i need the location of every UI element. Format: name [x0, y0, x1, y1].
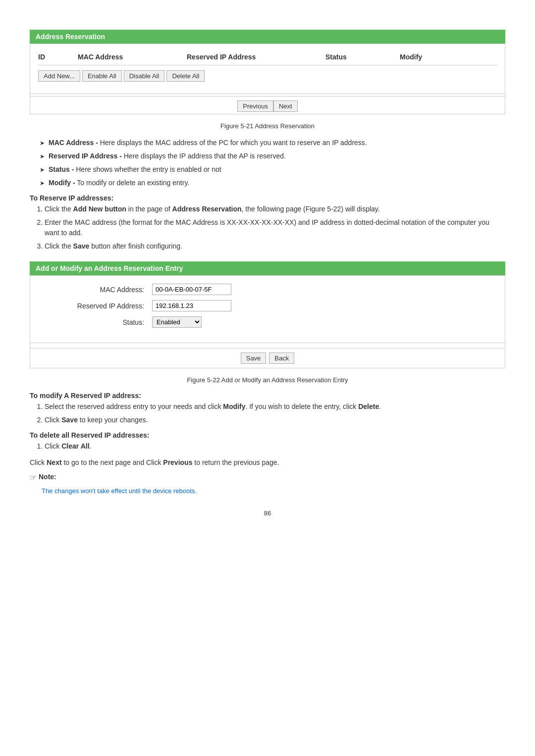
reserve-steps: Click the Add New button in the page of …: [30, 204, 505, 252]
add-new-button[interactable]: Add New...: [38, 70, 80, 82]
back-button[interactable]: Back: [269, 353, 294, 364]
mac-address-row: MAC Address:: [45, 284, 490, 295]
note-section: ☞ Note:: [30, 473, 505, 482]
bullet-modify-bold: Modify -: [49, 179, 75, 187]
reserved-ip-row: Reserved IP Address:: [45, 300, 490, 311]
reserve-step-3: Click the Save button after finish confi…: [45, 241, 505, 252]
section1-header: Address Reservation: [30, 30, 505, 44]
reserved-ip-label: Reserved IP Address:: [45, 302, 144, 310]
note-icon: ☞: [30, 473, 37, 482]
col-modify: Modify: [400, 53, 449, 61]
status-label: Status:: [45, 318, 144, 326]
col-status: Status: [325, 53, 400, 61]
reserve-step-2: Enter the MAC address (the format for th…: [45, 217, 505, 238]
modify-steps: Select the reserved address entry to you…: [30, 402, 505, 425]
action-buttons-row: Add New... Enable All Disable All Delete…: [38, 65, 497, 87]
delete-all-button[interactable]: Delete All: [166, 70, 205, 82]
bullet-status-bold: Status -: [49, 165, 74, 173]
bullet-ip: Reserved IP Address - Here displays the …: [30, 151, 505, 161]
pagination-row: Previous Next: [30, 96, 505, 114]
delete-step-1: Click Clear All.: [45, 441, 505, 452]
section2-header: Add or Modify an Address Reservation Ent…: [30, 261, 505, 275]
mac-address-input[interactable]: [152, 284, 231, 295]
bullet-list: MAC Address - Here displays the MAC addr…: [30, 138, 505, 188]
disable-all-button[interactable]: Disable All: [124, 70, 165, 82]
delete-steps: Click Clear All.: [30, 441, 505, 452]
bullet-mac: MAC Address - Here displays the MAC addr…: [30, 138, 505, 148]
modify-step-1: Select the reserved address entry to you…: [45, 402, 505, 412]
bullet-status: Status - Here shows whether the entry is…: [30, 164, 505, 175]
next-prev-note: Click Next to go to the next page and Cl…: [30, 457, 505, 468]
status-select[interactable]: Enabled Disabled: [152, 316, 202, 328]
note-text: The changes won't take effect until the …: [42, 487, 505, 495]
reserved-ip-input[interactable]: [152, 300, 231, 311]
previous-button[interactable]: Previous: [237, 101, 273, 112]
col-ip: Reserved IP Address: [187, 53, 325, 61]
form-buttons-row: Save Back: [30, 348, 505, 368]
col-id: ID: [38, 53, 78, 61]
bullet-mac-bold: MAC Address -: [49, 139, 98, 147]
modify-step-2: Click Save to keep your changes.: [45, 415, 505, 425]
figure2-caption: Figure 5-22 Add or Modify an Address Res…: [30, 376, 505, 384]
reserve-step-1: Click the Add New button in the page of …: [45, 204, 505, 214]
bullet-ip-bold: Reserved IP Address -: [49, 152, 122, 160]
enable-all-button[interactable]: Enable All: [82, 70, 122, 82]
mac-address-label: MAC Address:: [45, 286, 144, 294]
bullet-modify: Modify - To modify or delete an existing…: [30, 178, 505, 188]
next-button[interactable]: Next: [273, 101, 298, 112]
table-header-row: ID MAC Address Reserved IP Address Statu…: [38, 49, 497, 65]
figure1-caption: Figure 5-21 Address Reservation: [30, 122, 505, 130]
modify-heading: To modify A Reserved IP address:: [30, 392, 505, 400]
note-label: Note:: [39, 473, 56, 481]
delete-heading: To delete all Reserved IP addresses:: [30, 431, 505, 439]
status-row: Status: Enabled Disabled: [45, 316, 490, 328]
page-number: 86: [30, 509, 505, 517]
col-mac: MAC Address: [78, 53, 187, 61]
reserve-heading: To Reserve IP addresses:: [30, 194, 505, 202]
save-button[interactable]: Save: [241, 353, 267, 364]
